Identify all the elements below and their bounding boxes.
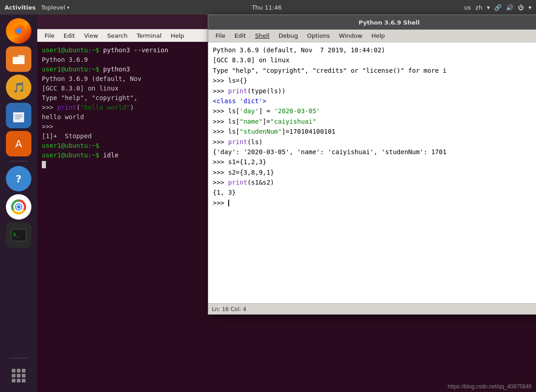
idle-menu-bar: File Edit Shell Debug Options Window Hel… (208, 30, 536, 42)
terminal-menu-view[interactable]: View (80, 31, 102, 40)
terminal-menu-terminal[interactable]: Terminal (133, 31, 165, 40)
idle-line-16: >>> (213, 198, 536, 208)
svg-rect-17 (17, 369, 20, 372)
idle-status-text: Ln: 16 Col: 4 (212, 306, 246, 312)
dock-icon-files[interactable] (6, 46, 31, 72)
chevron-lang-icon: ▾ (487, 4, 490, 11)
idle-menu-window[interactable]: Window (336, 31, 366, 40)
idle-line-6: <class 'dict'> (213, 96, 536, 106)
language-indicator[interactable]: zh (476, 4, 482, 11)
svg-rect-24 (22, 379, 25, 382)
network-icon[interactable]: 🔗 (494, 4, 501, 11)
idle-line-14: >>> print(s1&s2) (213, 177, 536, 187)
svg-rect-6 (13, 110, 24, 112)
volume-icon[interactable]: 🔊 (506, 4, 513, 11)
idle-title: Python 3.6.9 Shell (241, 19, 536, 26)
idle-menu-file[interactable]: File (212, 31, 229, 40)
idle-line-8: >>> ls["name"]="caiyishuai" (213, 116, 536, 126)
idle-window: Python 3.6.9 Shell — □ × File Edit Shell… (208, 15, 536, 315)
watermark-text: https://blog.csdn.net/qq_40875849 (448, 383, 531, 390)
dock-icon-screenshot[interactable] (6, 363, 31, 388)
idle-line-15: {1, 3} (213, 187, 536, 197)
svg-rect-16 (12, 369, 15, 372)
idle-line-12: >>> s1={1,2,3} (213, 157, 536, 167)
idle-menu-debug[interactable]: Debug (275, 31, 302, 40)
dock-icon-terminal[interactable]: $_ (6, 222, 31, 248)
system-menu-chevron-icon[interactable]: ▾ (528, 4, 531, 11)
svg-rect-18 (22, 369, 25, 372)
toplevel-label: Toplevel (41, 4, 65, 11)
svg-rect-23 (17, 379, 20, 382)
dock-divider-bottom (10, 358, 28, 358)
idle-content[interactable]: Python 3.6.9 (default, Nov 7 2019, 10:44… (208, 42, 536, 303)
dock-icon-textstore[interactable]: A (6, 131, 31, 156)
idle-menu-help[interactable]: Help (368, 31, 389, 40)
power-icon[interactable]: ⏻ (518, 4, 524, 11)
idle-line-13: >>> s2={3,8,9,1} (213, 167, 536, 177)
terminal-menu-file[interactable]: File (41, 31, 58, 40)
dock-icon-chrome[interactable] (6, 194, 31, 220)
dock-bottom (6, 356, 31, 392)
keyboard-indicator[interactable]: us (464, 4, 471, 11)
idle-line-4: >>> ls={} (213, 75, 536, 85)
svg-rect-20 (17, 374, 20, 377)
clock-display: Thu 11:46 (252, 4, 282, 11)
svg-point-1 (16, 28, 21, 34)
idle-line-5: >>> print(type(ls)) (213, 86, 536, 96)
idle-line-2: [GCC 8.3.0] on linux (213, 55, 536, 65)
idle-line-1: Python 3.6.9 (default, Nov 7 2019, 10:44… (213, 45, 536, 55)
toplevel-chevron-icon: ▾ (67, 5, 69, 10)
idle-titlebar: Python 3.6.9 Shell — □ × (208, 15, 536, 30)
idle-line-10: >>> print(ls) (213, 137, 536, 147)
svg-rect-22 (12, 379, 15, 382)
svg-rect-21 (22, 374, 25, 377)
dock-icon-music[interactable]: 🎵 (6, 75, 31, 100)
dock-icon-firefox[interactable] (6, 18, 31, 44)
dock: 🎵 A ? (0, 15, 37, 392)
idle-menu-shell[interactable]: Shell (251, 31, 273, 40)
terminal-cursor (42, 161, 46, 168)
system-bar-clock: Thu 11:46 (252, 4, 282, 11)
idle-cursor (228, 200, 229, 206)
dock-divider (10, 161, 28, 161)
idle-line-7: >>> ls['day'] = '2020-03-05' (213, 106, 536, 116)
idle-menu-edit[interactable]: Edit (231, 31, 250, 40)
idle-line-11: {'day': '2020-03-05', 'name': 'caiyishua… (213, 147, 536, 157)
terminal-window: user1@ubuntu: ~ — □ × File Edit View Sea… (37, 15, 536, 392)
main-area: 🎵 A ? (0, 15, 536, 392)
svg-text:$_: $_ (13, 232, 19, 237)
idle-line-3: Type "help", "copyright", "credits" or "… (213, 65, 536, 75)
terminal-menu-edit[interactable]: Edit (60, 31, 79, 40)
svg-point-13 (17, 205, 20, 209)
system-bar-left: Activities Toplevel ▾ (5, 4, 69, 11)
bottom-area: https://blog.csdn.net/qq_40875849 (37, 381, 536, 392)
idle-line-9: >>> ls["studenNum"]=170104100101 (213, 126, 536, 136)
terminal-menu-help[interactable]: Help (167, 31, 188, 40)
idle-statusbar: Ln: 16 Col: 4 (208, 303, 536, 314)
terminal-menu-search[interactable]: Search (104, 31, 131, 40)
activities-button[interactable]: Activities (5, 4, 36, 11)
svg-rect-19 (12, 374, 15, 377)
system-bar-right: us zh ▾ 🔗 🔊 ⏻ ▾ (464, 4, 531, 11)
toplevel-button[interactable]: Toplevel ▾ (41, 4, 70, 11)
idle-menu-options[interactable]: Options (303, 31, 333, 40)
dock-icon-writer[interactable] (6, 103, 31, 128)
svg-rect-4 (13, 57, 25, 64)
dock-icon-help[interactable]: ? (6, 166, 31, 191)
system-bar: Activities Toplevel ▾ Thu 11:46 us zh ▾ … (0, 0, 536, 15)
